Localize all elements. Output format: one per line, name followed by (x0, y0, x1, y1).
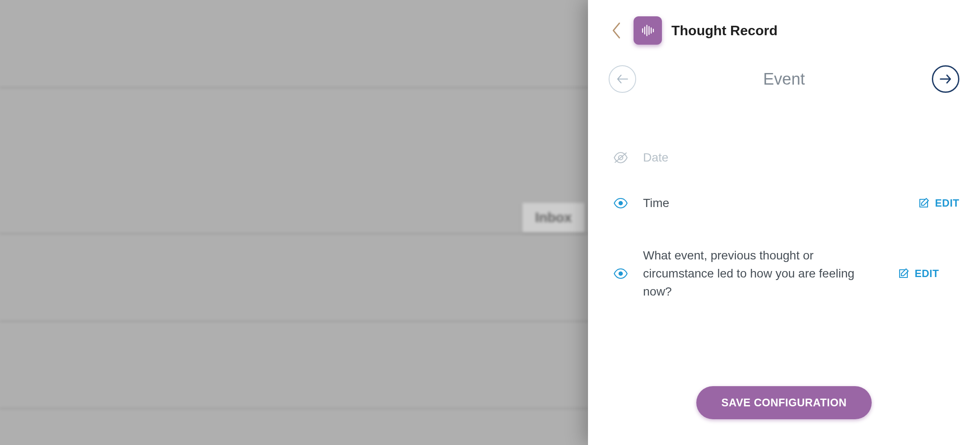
edit-label: EDIT (935, 197, 959, 209)
save-wrap: SAVE CONFIGURATION (588, 360, 980, 445)
field-row-time: Time EDIT (612, 186, 959, 221)
field-row-event-question: What event, previous thought or circumst… (612, 238, 959, 309)
eye-off-icon (613, 152, 628, 164)
drawer-header: Thought Record (588, 0, 980, 53)
visibility-off-icon[interactable] (612, 152, 629, 164)
thought-record-icon (634, 16, 662, 45)
edit-label: EDIT (915, 268, 939, 280)
svg-point-8 (619, 201, 623, 205)
field-row-date: Date (612, 140, 959, 175)
edit-icon (897, 268, 910, 280)
visibility-on-icon[interactable] (612, 198, 629, 208)
next-step-button[interactable] (932, 65, 959, 93)
drawer-title: Thought Record (671, 23, 778, 39)
field-label: What event, previous thought or circumst… (643, 247, 884, 301)
edit-icon (918, 197, 930, 209)
arrow-right-icon (939, 73, 952, 85)
arrow-left-icon (616, 73, 629, 85)
fields-list: Date Time EDIT (588, 93, 980, 360)
step-title: Event (763, 70, 805, 88)
edit-button[interactable]: EDIT (897, 268, 939, 280)
visibility-on-icon[interactable] (612, 268, 629, 279)
eye-icon (613, 198, 628, 208)
config-drawer: Thought Record Event Date (588, 0, 980, 445)
waveform-icon (639, 22, 656, 39)
chevron-left-icon (611, 21, 622, 40)
stepper-nav: Event (588, 53, 980, 93)
svg-point-9 (619, 271, 623, 276)
eye-icon (613, 268, 628, 279)
field-label: Date (643, 149, 959, 167)
save-configuration-button[interactable]: SAVE CONFIGURATION (696, 386, 871, 419)
edit-button[interactable]: EDIT (918, 197, 959, 209)
prev-step-button[interactable] (609, 65, 636, 93)
field-label: Time (643, 194, 904, 212)
back-button[interactable] (609, 20, 624, 41)
